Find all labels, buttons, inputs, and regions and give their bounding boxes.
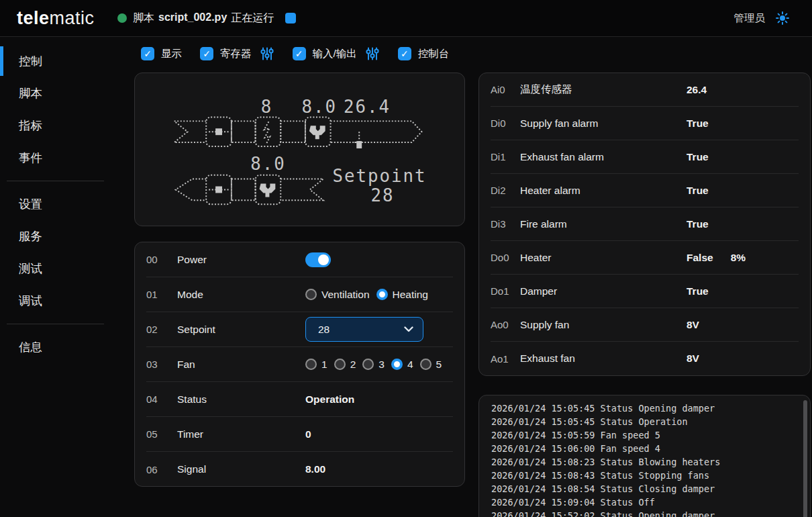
radio-option-2[interactable]: 2 [334,359,356,371]
sidebar-item-tests[interactable]: 测试 [0,252,111,285]
io-label: Supply fan [520,319,687,331]
io-value-group: True [687,151,799,163]
register-row-power: 00Power [146,242,453,277]
radio-unselected-icon[interactable] [334,359,346,370]
theme-toggle-sun-icon[interactable] [776,11,789,25]
radio-unselected-icon[interactable] [305,289,317,300]
register-row-timer: 05Timer0 [146,417,453,452]
logo-bold: tele [17,8,50,28]
toolbar-option-io[interactable]: ✓输入/输出 [293,46,380,61]
radio-option-label: 2 [350,359,356,371]
radio-option-4[interactable]: 4 [391,359,413,371]
stop-script-button[interactable] [285,13,296,23]
setpoint-select[interactable]: 28 [305,317,423,342]
io-value-group: True [687,218,799,230]
radio-unselected-icon[interactable] [420,359,432,370]
sidebar-item-metrics[interactable]: 指标 [0,109,111,142]
sidebar-item-label: 事件 [19,150,42,166]
sidebar-item-info[interactable]: 信息 [0,331,111,363]
toolbar-option-display[interactable]: ✓显示 [141,47,182,61]
radio-option-ventilation[interactable]: Ventilation [305,289,370,301]
radio-option-3[interactable]: 3 [362,359,385,371]
io-label: Exhaust fan [520,352,687,365]
register-value-text: 0 [305,428,311,440]
io-code: Do0 [491,252,520,263]
register-value-text: Operation [305,393,354,406]
filter-sliders-icon[interactable] [365,46,380,61]
main-content: ✓显示✓寄存器✓输入/输出✓控制台 [111,37,812,517]
register-value-text: 8.00 [305,463,325,475]
radio-option-label: Heating [393,289,428,301]
io-label: Damper [520,285,687,297]
io-code: Di1 [491,151,520,162]
register-control: Operation [305,393,453,406]
checkbox-label: 输入/输出 [313,47,357,61]
filter-sliders-icon[interactable] [260,46,274,61]
script-name: script_002.py [158,11,227,26]
io-value: True [687,117,709,130]
checkbox-registers[interactable]: ✓ [200,47,213,60]
power-toggle[interactable] [305,252,331,267]
io-label: Heater [520,252,687,264]
logo-light: matic [50,8,95,28]
sidebar-divider [7,324,104,324]
io-value: True [687,185,709,197]
damper-value: 8 [261,97,273,117]
io-value-group: True [687,185,799,197]
console-scrollbar[interactable] [803,400,807,517]
register-row-setpoint: 02Setpoint28 [146,312,453,347]
checkbox-console[interactable]: ✓ [398,47,411,60]
sidebar-item-label: 控制 [19,53,42,69]
setpoint-label: Setpoint [333,166,427,186]
radio-selected-icon[interactable] [391,359,403,370]
register-code: 06 [146,464,177,475]
user-menu[interactable]: 管理员 [734,11,766,26]
io-code: Di2 [491,185,520,196]
radio-selected-icon[interactable] [376,289,388,300]
checkbox-display[interactable]: ✓ [141,47,154,60]
sidebar-item-scripts[interactable]: 脚本 [0,77,111,109]
radio-unselected-icon[interactable] [305,359,317,370]
toolbar-option-console[interactable]: ✓控制台 [398,47,450,61]
register-label: Power [177,254,305,266]
io-value-group: True [687,117,799,130]
register-code: 01 [146,289,177,300]
register-label: Fan [177,359,305,371]
io-label: Exhaust fan alarm [520,151,687,163]
sidebar: 控制脚本指标事件设置服务测试调试信息 [0,37,111,517]
sidebar-item-label: 设置 [19,196,42,212]
sidebar-item-debug[interactable]: 调试 [0,285,111,317]
heater-lightning-icon [264,122,270,144]
sidebar-item-events[interactable]: 事件 [0,142,111,174]
duct-outlet-left [176,179,207,201]
checkbox-label: 寄存器 [220,47,252,61]
console-line: 2026/01/24 15:52:02 Status Opening dampe… [491,509,799,517]
script-status-text: 脚本script_002.py正在运行 [133,11,274,26]
select-value: 28 [318,324,329,336]
checkbox-io[interactable]: ✓ [293,47,306,60]
fan-impeller-icon [260,184,276,197]
toolbar-option-registers[interactable]: ✓寄存器 [200,46,274,61]
radio-unselected-icon[interactable] [362,359,374,370]
console-line: 2026/01/24 15:05:59 Fan speed 5 [491,428,799,442]
console-log: 2026/01/24 15:05:45 Status Opening dampe… [491,402,799,517]
io-value: True [687,151,709,163]
exhaust-fan-value: 8.0 [250,154,285,174]
io-code: Ai0 [491,84,520,95]
sidebar-item-services[interactable]: 服务 [0,220,111,252]
io-code: Ao1 [491,353,520,365]
register-control [305,252,453,267]
app-logo: telematic [0,8,117,29]
radio-option-heating[interactable]: Heating [376,289,428,301]
io-row-di1: Di1Exhaust fan alarmTrue [491,140,799,174]
radio-option-1[interactable]: 1 [305,359,327,371]
checkbox-label: 控制台 [418,47,450,61]
temp-sensor-icon [354,132,364,142]
sidebar-item-control[interactable]: 控制 [0,45,111,77]
sidebar-item-settings[interactable]: 设置 [0,188,111,220]
radio-option-5[interactable]: 5 [420,359,442,371]
sidebar-item-label: 服务 [19,228,42,244]
checkbox-label: 显示 [161,47,182,61]
register-label: Status [177,393,305,406]
sidebar-item-label: 信息 [19,339,42,355]
